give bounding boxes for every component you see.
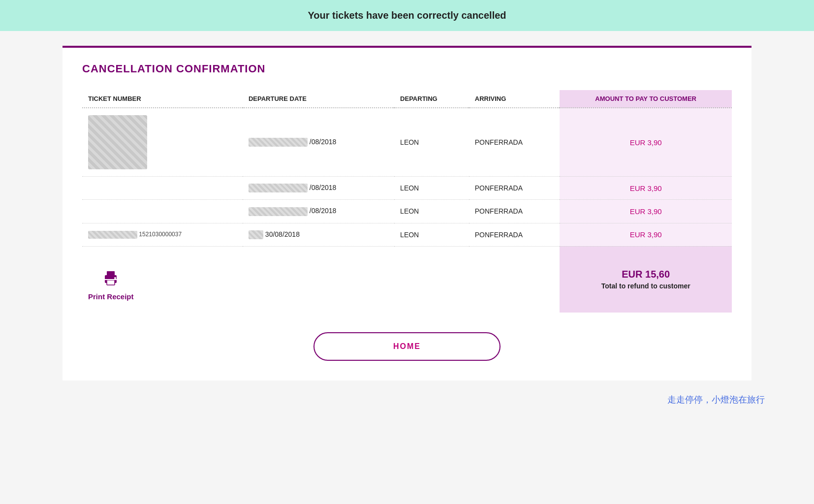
departing-cell: LEON [394,177,469,200]
print-receipt-label: Print Receipt [88,292,134,301]
departing-cell: LEON [394,200,469,223]
svg-rect-1 [107,271,115,276]
success-banner-text: Your tickets have been correctly cancell… [308,10,506,21]
total-cell: EUR 15,60 Total to refund to customer [560,246,732,313]
amount-cell: EUR 3,90 [560,177,732,200]
table-row: 1521030000037 30/08/2018 LEON PONFERRADA… [82,223,732,246]
amount-cell: EUR 3,90 [560,223,732,246]
departure-date-cell: 30/08/2018 [243,223,394,246]
col-header-amount: AMOUNT TO PAY TO CUSTOMER [560,90,732,108]
col-header-ticket: TICKET NUMBER [82,90,243,108]
departure-date-cell: /08/2018 [243,108,394,177]
print-section-cell: Print Receipt [82,246,560,313]
total-label: Total to refund to customer [565,282,726,290]
ticket-number-cell: 1521030000037 [82,223,243,246]
departing-cell: LEON [394,223,469,246]
table-row: /08/2018 LEON PONFERRADA EUR 3,90 [82,200,732,223]
departure-date-cell: /08/2018 [243,200,394,223]
section-title: CANCELLATION CONFIRMATION [82,63,732,75]
main-container: CANCELLATION CONFIRMATION TICKET NUMBER … [63,46,751,380]
blurred-ticket-image [88,115,147,169]
arriving-cell: PONFERRADA [469,177,560,200]
amount-cell: EUR 3,90 [560,108,732,177]
table-row: /08/2018 LEON PONFERRADA EUR 3,90 [82,177,732,200]
print-receipt-button[interactable]: Print Receipt [88,268,134,301]
blurred-date [249,207,308,216]
home-button[interactable]: HOME [313,332,501,361]
blurred-date [249,184,308,192]
col-header-departure: DEPARTURE DATE [243,90,394,108]
success-banner: Your tickets have been correctly cancell… [0,0,814,31]
amount-cell: EUR 3,90 [560,200,732,223]
printer-icon [101,268,121,289]
arriving-cell: PONFERRADA [469,200,560,223]
svg-point-4 [114,277,116,279]
blurred-date [249,138,308,147]
col-header-arriving: ARRIVING [469,90,560,108]
blurred-date [249,230,263,239]
departing-cell: LEON [394,108,469,177]
ticket-number-cell [82,200,243,223]
col-header-departing: DEPARTING [394,90,469,108]
table-row: /08/2018 LEON PONFERRADA EUR 3,90 [82,108,732,177]
blurred-ticket-num [88,231,137,239]
total-amount: EUR 15,60 [565,269,726,280]
ticket-number-cell [82,108,243,177]
arriving-cell: PONFERRADA [469,108,560,177]
ticket-number-cell [82,177,243,200]
cancellation-table: TICKET NUMBER DEPARTURE DATE DEPARTING A… [82,90,732,313]
svg-rect-2 [107,280,115,285]
svg-rect-3 [105,279,117,280]
watermark: 走走停停，小燈泡在旅行 [667,394,765,406]
total-row: Print Receipt EUR 15,60 Total to refund … [82,246,732,313]
departure-date-cell: /08/2018 [243,177,394,200]
home-btn-container: HOME [82,332,732,361]
arriving-cell: PONFERRADA [469,223,560,246]
